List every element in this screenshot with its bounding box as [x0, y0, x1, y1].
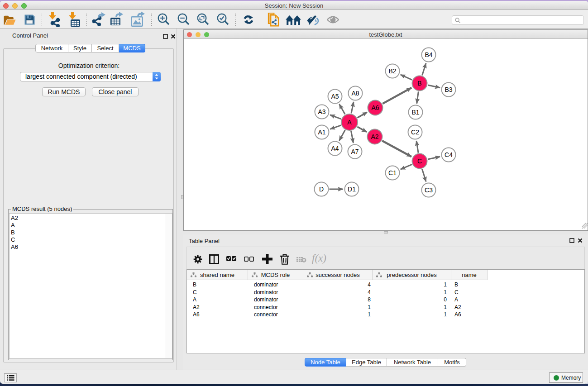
svg-text:A3: A3 — [318, 108, 325, 115]
svg-text:A6: A6 — [371, 104, 379, 111]
svg-text:C: C — [417, 157, 422, 165]
svg-text:A7: A7 — [351, 148, 359, 155]
svg-text:B: B — [417, 80, 421, 87]
svg-text:B3: B3 — [445, 86, 452, 93]
svg-text:D1: D1 — [348, 186, 356, 193]
svg-text:A1: A1 — [318, 129, 325, 136]
svg-text:A: A — [347, 119, 352, 126]
svg-text:C4: C4 — [445, 151, 453, 158]
svg-text:A4: A4 — [331, 145, 339, 152]
svg-text:A2: A2 — [371, 133, 378, 140]
svg-text:D: D — [319, 186, 324, 193]
svg-text:A8: A8 — [351, 90, 359, 97]
svg-text:B2: B2 — [388, 67, 396, 75]
svg-text:A5: A5 — [331, 93, 339, 100]
svg-text:B1: B1 — [411, 109, 419, 116]
svg-text:B4: B4 — [425, 51, 432, 58]
svg-text:C3: C3 — [425, 186, 433, 194]
svg-text:C2: C2 — [411, 129, 419, 136]
svg-text:C1: C1 — [388, 169, 397, 176]
